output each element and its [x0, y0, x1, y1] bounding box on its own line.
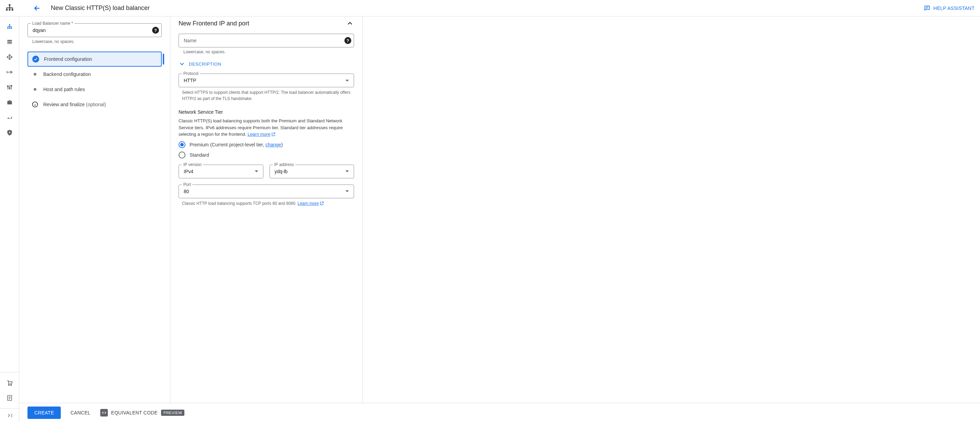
rail-backends-icon[interactable] — [3, 35, 16, 49]
step-label: Host and path rules — [43, 86, 85, 92]
step-host-path-rules[interactable]: Host and path rules — [27, 82, 162, 97]
product-icon — [5, 3, 14, 13]
rail-speed-icon[interactable] — [3, 111, 16, 125]
dropdown-arrow-icon — [345, 190, 349, 192]
back-button[interactable] — [30, 2, 44, 15]
rail-security-icon[interactable] — [3, 126, 16, 139]
port-label: Port — [182, 182, 192, 187]
svg-point-28 — [8, 385, 9, 385]
collapse-button[interactable] — [346, 19, 354, 27]
frontend-name-input[interactable] — [178, 34, 354, 48]
description-toggle-label: DESCRIPTION — [189, 62, 221, 67]
svg-rect-7 — [9, 8, 10, 9]
network-tier-heading: Network Service Tier — [178, 109, 354, 115]
rail-forward-icon[interactable] — [3, 65, 16, 79]
svg-point-23 — [7, 86, 8, 87]
rail-expand-button[interactable] — [0, 408, 19, 422]
port-select[interactable]: 80 — [178, 185, 354, 198]
svg-point-25 — [11, 85, 12, 86]
chevron-down-icon — [178, 61, 185, 67]
svg-rect-15 — [9, 26, 10, 26]
help-icon[interactable]: ? — [344, 37, 351, 44]
svg-point-24 — [9, 88, 10, 89]
svg-rect-22 — [7, 43, 12, 44]
create-button[interactable]: CREATE — [27, 406, 61, 419]
ip-address-field: IP address ydq-lb — [270, 165, 354, 178]
protocol-help: Select HTTPS to support clients that sup… — [182, 90, 354, 102]
tier-radio-group: Premium (Current project-level tier, cha… — [178, 141, 354, 158]
external-link-icon — [271, 132, 276, 137]
ip-version-value: IPv4 — [184, 169, 193, 174]
radio-icon — [178, 141, 185, 148]
lb-name-hint: Lowercase, no spaces. — [32, 39, 162, 44]
frontend-name-hint: Lowercase, no spaces. — [183, 50, 354, 54]
tier-learn-more-link[interactable]: Learn more — [248, 131, 276, 138]
svg-rect-13 — [9, 28, 10, 29]
topbar: New Classic HTTP(S) load balancer HELP A… — [0, 0, 980, 16]
protocol-select[interactable]: HTTP — [178, 74, 354, 87]
svg-rect-18 — [9, 26, 10, 27]
step-backend-config[interactable]: Backend configuration — [27, 67, 162, 82]
svg-rect-21 — [7, 42, 12, 43]
svg-rect-6 — [6, 8, 7, 9]
chat-icon — [924, 5, 931, 12]
network-tier-body: Classic HTTP(S) load balancing supports … — [178, 118, 354, 138]
step-frontend-config[interactable]: Frontend configuration — [27, 51, 162, 67]
cancel-button[interactable]: CANCEL — [68, 406, 93, 419]
description-toggle[interactable]: DESCRIPTION — [178, 61, 354, 67]
ip-address-value: ydq-lb — [275, 169, 288, 174]
help-icon[interactable]: ? — [152, 27, 159, 34]
equivalent-code-label: EQUIVALENT CODE — [111, 410, 158, 416]
frontend-name-field: ? — [178, 34, 354, 48]
help-assistant-label: HELP ASSISTANT — [933, 5, 975, 11]
footer: CREATE CANCEL EQUIVALENT CODE PREVIEW — [19, 403, 980, 422]
svg-rect-0 — [9, 4, 11, 6]
rail-release-notes-icon[interactable] — [3, 391, 16, 405]
dropdown-arrow-icon — [345, 171, 349, 172]
svg-rect-12 — [7, 28, 8, 29]
svg-rect-27 — [9, 132, 10, 133]
config-panel: Load Balancer name * ? Lowercase, no spa… — [19, 16, 170, 403]
tier-premium-radio[interactable]: Premium (Current project-level tier, cha… — [178, 141, 354, 148]
check-icon — [32, 56, 39, 62]
detail-panel: New Frontend IP and port ? Lowercase, no… — [170, 16, 363, 403]
lb-name-label: Load Balancer name * — [31, 21, 75, 26]
step-review-finalize[interactable]: Review and finalize (optional) — [27, 97, 162, 112]
protocol-label: Protocol — [182, 71, 200, 76]
radio-icon — [178, 152, 185, 158]
svg-rect-20 — [7, 40, 12, 41]
svg-rect-19 — [11, 26, 12, 27]
rail-tune-icon[interactable] — [3, 80, 16, 94]
external-link-icon — [319, 201, 324, 206]
dot-icon — [33, 73, 37, 76]
dropdown-arrow-icon — [255, 171, 258, 172]
help-assistant-button[interactable]: HELP ASSISTANT — [924, 5, 975, 12]
rail-briefcase-icon[interactable] — [3, 96, 16, 109]
svg-rect-3 — [12, 9, 13, 11]
equivalent-code-button[interactable]: EQUIVALENT CODE PREVIEW — [100, 409, 185, 417]
info-icon — [32, 101, 38, 108]
svg-rect-14 — [11, 28, 12, 29]
tier-standard-label: Standard — [189, 152, 209, 158]
code-icon — [100, 409, 108, 417]
port-help: Classic HTTP load balancing supports TCP… — [182, 200, 354, 206]
page-title: New Classic HTTP(S) load balancer — [51, 5, 150, 12]
tier-standard-radio[interactable]: Standard — [178, 152, 354, 158]
frontend-section-title: New Frontend IP and port — [178, 20, 249, 27]
rail-move-icon[interactable] — [3, 50, 16, 64]
svg-rect-1 — [6, 9, 8, 11]
svg-point-29 — [10, 385, 11, 385]
port-learn-more-link[interactable]: Learn more — [298, 200, 324, 206]
lb-name-field: Load Balancer name * ? — [27, 23, 162, 37]
preview-badge: PREVIEW — [161, 410, 185, 416]
protocol-field: Protocol HTTP — [178, 74, 354, 87]
tier-change-link[interactable]: change — [266, 142, 281, 147]
ip-version-label: IP version — [182, 162, 203, 167]
step-label: Frontend configuration — [44, 56, 92, 62]
rail-marketplace-icon[interactable] — [3, 376, 16, 390]
ip-version-field: IP version IPv4 — [178, 165, 263, 178]
rail-load-balancing-icon[interactable] — [3, 20, 16, 34]
ip-address-label: IP address — [273, 162, 295, 167]
side-rail — [0, 16, 19, 422]
svg-rect-11 — [9, 24, 10, 26]
